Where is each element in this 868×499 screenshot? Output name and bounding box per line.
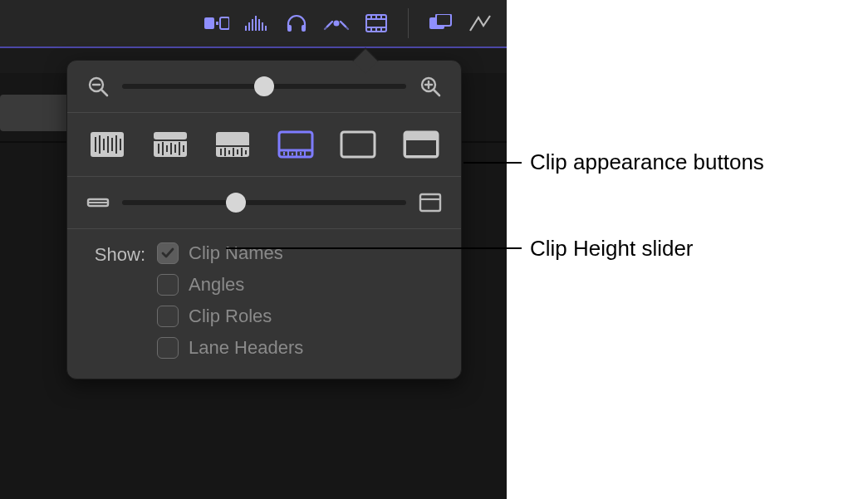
svg-rect-67 bbox=[300, 152, 302, 155]
clip-appearance-buttons bbox=[86, 126, 443, 163]
appearance-filmstrip-only-button[interactable] bbox=[336, 128, 380, 161]
toolbar bbox=[0, 0, 507, 46]
svg-rect-7 bbox=[258, 19, 260, 31]
svg-point-12 bbox=[334, 21, 340, 27]
svg-rect-69 bbox=[341, 132, 375, 157]
show-row: Show: Clip Names Angles bbox=[86, 242, 443, 359]
clip-stub[interactable] bbox=[0, 95, 70, 131]
clip-height-slider-thumb[interactable] bbox=[226, 193, 246, 213]
callout-height: Clip Height slider bbox=[530, 236, 694, 262]
zoom-in-icon[interactable] bbox=[418, 74, 443, 99]
timeline-sync-icon[interactable] bbox=[465, 8, 495, 38]
svg-line-28 bbox=[434, 90, 439, 95]
clip-appearance-section bbox=[67, 113, 461, 177]
show-checks: Clip Names Angles Clip Roles bbox=[157, 242, 303, 359]
clip-height-small-icon bbox=[86, 190, 110, 215]
clip-appearance-icon[interactable] bbox=[361, 8, 391, 38]
clip-appearance-popover: Show: Clip Names Angles bbox=[66, 60, 462, 379]
svg-rect-63 bbox=[283, 152, 285, 155]
svg-rect-1 bbox=[216, 22, 218, 25]
svg-rect-44 bbox=[154, 139, 187, 141]
check-clip-roles-row[interactable]: Clip Roles bbox=[157, 306, 303, 327]
svg-line-25 bbox=[101, 90, 107, 95]
check-clip-roles[interactable] bbox=[157, 306, 179, 327]
show-label: Show: bbox=[86, 242, 145, 359]
svg-rect-53 bbox=[216, 145, 249, 147]
app-dark-region: Show: Clip Names Angles bbox=[0, 0, 507, 499]
svg-rect-9 bbox=[265, 26, 267, 31]
appearance-label-only-button[interactable] bbox=[400, 128, 443, 161]
svg-rect-23 bbox=[436, 14, 451, 26]
check-clip-roles-label: Clip Roles bbox=[189, 306, 272, 327]
check-angles-row[interactable]: Angles bbox=[157, 274, 303, 296]
show-section: Show: Clip Names Angles bbox=[67, 229, 461, 379]
headphones-icon[interactable] bbox=[282, 8, 311, 38]
svg-rect-4 bbox=[248, 22, 250, 31]
check-lane-headers-row[interactable]: Lane Headers bbox=[157, 337, 303, 359]
svg-rect-2 bbox=[220, 17, 229, 29]
svg-rect-77 bbox=[420, 194, 440, 211]
zoom-section bbox=[67, 61, 461, 113]
appearance-waveform-only-button[interactable] bbox=[86, 128, 129, 161]
split-view-icon[interactable] bbox=[425, 8, 455, 38]
clip-height-section bbox=[67, 177, 461, 229]
appearance-waveform-small-button[interactable] bbox=[211, 128, 254, 161]
clip-height-slider-track bbox=[122, 200, 406, 205]
svg-rect-10 bbox=[287, 25, 292, 32]
svg-rect-68 bbox=[304, 151, 306, 156]
check-clip-names-row[interactable]: Clip Names bbox=[157, 242, 303, 264]
svg-rect-3 bbox=[245, 26, 247, 31]
svg-rect-74 bbox=[406, 134, 436, 140]
svg-rect-0 bbox=[204, 17, 214, 29]
check-lane-headers-label: Lane Headers bbox=[189, 337, 303, 359]
toolbar-separator bbox=[408, 8, 409, 38]
svg-rect-64 bbox=[287, 151, 289, 156]
svg-rect-8 bbox=[262, 22, 263, 31]
clip-height-slider-row bbox=[86, 190, 443, 215]
svg-rect-5 bbox=[252, 19, 253, 31]
callout-appearance: Clip appearance buttons bbox=[530, 149, 764, 175]
zoom-out-icon[interactable] bbox=[86, 74, 110, 99]
callout-line-appearance bbox=[463, 162, 522, 164]
zoom-slider[interactable] bbox=[122, 76, 406, 96]
zoom-slider-thumb[interactable] bbox=[254, 76, 274, 96]
svg-rect-65 bbox=[292, 153, 293, 155]
audio-meters-icon[interactable] bbox=[242, 8, 272, 38]
check-lane-headers[interactable] bbox=[157, 337, 179, 359]
svg-rect-11 bbox=[302, 25, 306, 32]
check-angles[interactable] bbox=[157, 274, 179, 296]
skimming-icon[interactable] bbox=[321, 8, 351, 38]
appearance-filmstrip-waveform-button[interactable] bbox=[274, 128, 317, 161]
callout-line-height bbox=[226, 247, 522, 249]
svg-rect-6 bbox=[255, 16, 257, 31]
zoom-slider-row bbox=[86, 74, 443, 99]
timeline-index-icon[interactable] bbox=[202, 8, 232, 38]
toolbar-inner bbox=[202, 8, 507, 38]
check-clip-names[interactable] bbox=[157, 242, 179, 264]
clip-height-slider[interactable] bbox=[122, 193, 406, 213]
check-angles-label: Angles bbox=[189, 274, 244, 296]
clip-height-large-icon bbox=[418, 190, 443, 215]
svg-rect-66 bbox=[296, 151, 297, 156]
svg-rect-43 bbox=[154, 132, 187, 139]
check-clip-names-label: Clip Names bbox=[189, 242, 283, 264]
appearance-waveform-large-button[interactable] bbox=[149, 128, 192, 161]
